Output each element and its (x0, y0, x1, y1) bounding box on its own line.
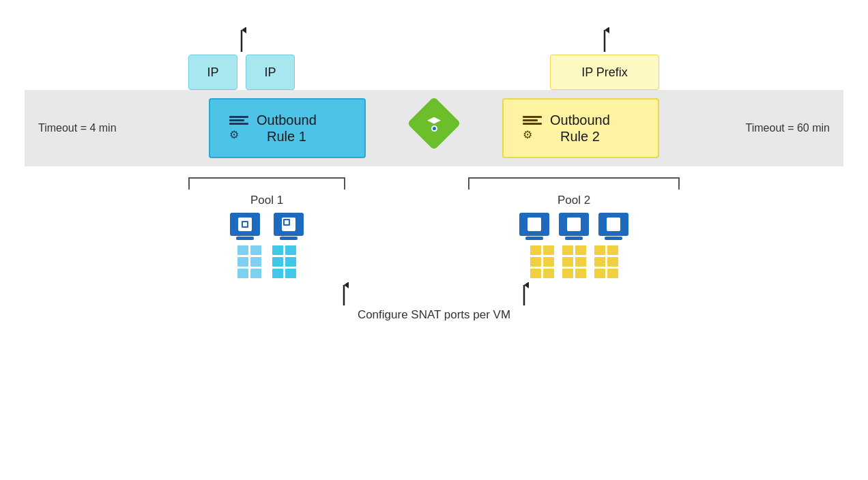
arrow-up-pool2-icon (519, 282, 529, 305)
vm3 (519, 213, 549, 240)
traffic-manager: ◀ ▶ (410, 100, 458, 147)
rule-lines-1 (229, 116, 248, 125)
rule-icon-1: ⚙ (229, 116, 248, 141)
rule-2-text: OutboundRule 2 (550, 112, 610, 145)
pool2-vms (519, 213, 628, 240)
pool1-vms (230, 213, 304, 240)
pool1-label: Pool 1 (250, 194, 283, 207)
pc7 (272, 245, 283, 255)
py10 (575, 257, 586, 267)
vm3-cube (527, 217, 541, 231)
pc2 (250, 245, 261, 255)
py14 (607, 245, 618, 255)
vm5 (598, 213, 628, 240)
ip-box-1: IP (188, 55, 237, 90)
rule-line-5 (523, 119, 538, 121)
outbound-rule-1: ⚙ OutboundRule 1 (209, 98, 366, 158)
vm3-stand (525, 237, 543, 240)
vm3-monitor (519, 213, 549, 236)
pc10 (285, 257, 296, 267)
center-dot (431, 125, 437, 132)
pool2-content: Pool 2 (468, 190, 680, 278)
vm5-monitor (598, 213, 628, 236)
top-area: IP IP IP Prefix (25, 8, 843, 90)
pc9 (272, 257, 283, 267)
vm4-monitor (559, 213, 589, 236)
svg-rect-5 (243, 222, 247, 226)
pc11 (272, 269, 283, 278)
pool2-label: Pool 2 (558, 194, 590, 207)
pool2-bracket-right (678, 177, 680, 190)
vm2 (274, 213, 304, 240)
pool1-content: Pool 1 (188, 190, 345, 278)
pc6 (250, 269, 261, 278)
rule-line-2 (229, 119, 244, 121)
pc5 (237, 269, 248, 278)
rule-line-3 (229, 123, 248, 125)
py15 (594, 257, 605, 267)
pool2-wrapper: Pool 2 (468, 177, 680, 278)
rule-line-4 (523, 116, 542, 118)
pool1-wrapper: Pool 1 (188, 177, 345, 278)
pool2-ports (530, 245, 618, 278)
rule-line-6 (523, 123, 542, 125)
top-left-group: IP IP (188, 27, 295, 90)
py8 (575, 245, 586, 255)
pool2-bracket-left (468, 177, 469, 190)
vm5-stand (605, 237, 622, 240)
py16 (607, 257, 618, 267)
rule-1-text: OutboundRule 1 (257, 112, 317, 145)
arrow-left-icon: ◀ (427, 115, 434, 124)
vm4 (559, 213, 589, 240)
pc1 (237, 245, 248, 255)
vm4-stand (565, 237, 583, 240)
port-col-5 (594, 245, 618, 278)
py2 (543, 245, 554, 255)
gear-icon-2: ⚙ (523, 128, 542, 141)
pool1-bracket-left (188, 177, 190, 190)
outbound-rule-2: ⚙ OutboundRule 2 (502, 98, 659, 158)
pool1-bracket-right (344, 177, 345, 190)
arrow-up-left-icon (237, 27, 246, 52)
port-col-2 (272, 245, 296, 278)
vm1 (230, 213, 260, 240)
pool1-bracket-top (190, 177, 344, 179)
py9 (562, 257, 573, 267)
pool1-ports (237, 245, 296, 278)
port-col-3 (530, 245, 554, 278)
py7 (562, 245, 573, 255)
pc4 (250, 257, 261, 267)
bottom-section: Configure SNAT ports per VM (339, 282, 529, 322)
snat-label: Configure SNAT ports per VM (358, 308, 510, 322)
timeout-right-label: Timeout = 60 min (732, 122, 830, 134)
gear-icon-1: ⚙ (229, 128, 248, 141)
rule-icon-2: ⚙ (523, 116, 542, 141)
ip-box-2: IP (246, 55, 295, 90)
vm4-cube (567, 217, 581, 231)
py18 (607, 269, 618, 278)
vm2-stand (280, 237, 298, 240)
py5 (530, 269, 541, 278)
pool2-bracket (468, 177, 680, 190)
rule-lines-2 (523, 116, 542, 125)
diagram: IP IP IP Prefix Timeout = 4 min (25, 8, 843, 472)
pool1-bracket (188, 177, 345, 190)
vm5-cube (607, 217, 620, 231)
ip-prefix-box: IP Prefix (550, 55, 659, 90)
py11 (562, 269, 573, 278)
py4 (543, 257, 554, 267)
py17 (594, 269, 605, 278)
py12 (575, 269, 586, 278)
arrow-right-icon: ▶ (434, 115, 441, 124)
vm1-stand (236, 237, 254, 240)
bottom-arrows (339, 282, 529, 305)
rule-line-1 (229, 116, 248, 118)
svg-rect-7 (285, 220, 289, 224)
middle-band: Timeout = 4 min ⚙ OutboundRule 1 ◀ (25, 90, 843, 166)
py13 (594, 245, 605, 255)
py3 (530, 257, 541, 267)
arrow-up-right-icon (600, 27, 609, 52)
pool2-bracket-top (469, 177, 678, 179)
pc3 (237, 257, 248, 267)
vm2-cube (282, 217, 295, 231)
